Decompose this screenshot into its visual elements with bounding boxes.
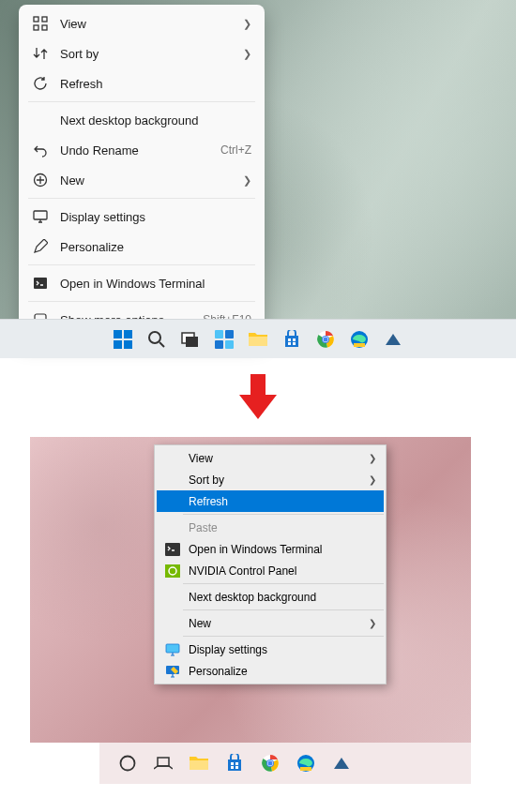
menu-label: View [189, 452, 369, 465]
svg-point-30 [324, 337, 328, 341]
shortcut-text: Ctrl+Z [220, 143, 251, 157]
svg-rect-33 [165, 543, 180, 556]
svg-rect-19 [225, 330, 234, 338]
svg-point-15 [149, 332, 160, 343]
menu-label: Undo Rename [60, 143, 220, 158]
display-icon [164, 642, 181, 657]
svg-rect-40 [190, 760, 208, 770]
menu-label: Sort by [189, 474, 369, 487]
svg-rect-14 [124, 340, 132, 349]
start-area[interactable] [30, 743, 99, 784]
menu-item-next-bg[interactable]: Next desktop background [23, 105, 261, 135]
chevron-right-icon: ❯ [243, 174, 251, 187]
svg-rect-44 [235, 766, 238, 769]
menu-label: Open in Windows Terminal [60, 277, 251, 291]
new-icon [32, 172, 49, 188]
menu-label: Open in Windows Terminal [189, 543, 376, 556]
svg-rect-43 [231, 766, 234, 769]
edge-button[interactable] [295, 752, 317, 774]
menu-label: Refresh [60, 77, 251, 91]
menu-label: View [60, 17, 243, 31]
menu-label: Personalize [189, 665, 376, 678]
win10-taskbar [30, 743, 471, 784]
edge-button[interactable] [346, 326, 372, 353]
menu-item-personalize[interactable]: Personalize [23, 232, 261, 262]
widgets-button[interactable] [211, 326, 237, 353]
file-explorer-button[interactable] [188, 752, 210, 774]
top-screenshot: View ❯ Sort by ❯ Refresh Next desktop ba… [0, 0, 516, 358]
menu-separator [183, 636, 384, 637]
menu-label: Display settings [189, 643, 376, 656]
menu-label: Next desktop background [189, 591, 376, 604]
task-view-button[interactable] [177, 326, 204, 353]
menu-separator [183, 609, 384, 610]
svg-rect-11 [114, 330, 122, 338]
svg-rect-25 [288, 342, 291, 345]
svg-rect-32 [354, 343, 365, 347]
chrome-button[interactable] [259, 752, 281, 774]
svg-rect-3 [42, 25, 47, 30]
task-view-button[interactable] [152, 752, 175, 774]
svg-rect-50 [300, 767, 311, 771]
app-button[interactable] [330, 752, 353, 774]
svg-rect-41 [231, 762, 234, 765]
menu-item-new[interactable]: New ❯ [157, 612, 384, 634]
terminal-icon [32, 275, 49, 292]
display-icon [32, 208, 49, 225]
chevron-right-icon: ❯ [369, 453, 376, 463]
menu-separator [183, 583, 384, 584]
file-explorer-button[interactable] [245, 326, 271, 353]
menu-label: New [60, 173, 243, 188]
chevron-right-icon: ❯ [243, 48, 251, 60]
cortana-button[interactable] [116, 752, 139, 774]
menu-item-undo[interactable]: Undo Rename Ctrl+Z [23, 135, 261, 165]
app-button[interactable] [380, 326, 406, 353]
start-button[interactable] [110, 326, 136, 353]
menu-item-refresh[interactable]: Refresh [157, 490, 384, 512]
menu-item-refresh[interactable]: Refresh [23, 68, 261, 98]
menu-label: Sort by [60, 47, 243, 61]
personalize-icon [32, 238, 49, 255]
menu-item-display[interactable]: Display settings [157, 639, 384, 660]
svg-rect-13 [114, 340, 122, 349]
menu-item-next-bg[interactable]: Next desktop background [157, 586, 384, 608]
chevron-right-icon: ❯ [369, 474, 376, 485]
transition-arrow [0, 369, 516, 424]
menu-item-view[interactable]: View ❯ [23, 8, 261, 38]
menu-separator [28, 101, 255, 102]
refresh-icon [32, 75, 49, 92]
svg-rect-5 [34, 211, 47, 219]
chevron-right-icon: ❯ [369, 618, 376, 628]
menu-label: Display settings [60, 210, 251, 224]
menu-item-view[interactable]: View ❯ [157, 447, 384, 469]
menu-separator [183, 514, 384, 515]
win10-context-menu: View ❯ Sort by ❯ Refresh Paste Open in W… [154, 444, 387, 684]
menu-separator [28, 301, 255, 302]
menu-item-sort[interactable]: Sort by ❯ [157, 469, 384, 490]
nvidia-icon [164, 564, 181, 579]
svg-rect-0 [34, 17, 38, 22]
chrome-button[interactable] [312, 326, 339, 353]
menu-label: NVIDIA Control Panel [189, 564, 376, 578]
store-button[interactable] [223, 752, 246, 774]
svg-rect-24 [293, 338, 296, 341]
menu-item-display[interactable]: Display settings [23, 202, 261, 232]
store-button[interactable] [279, 326, 305, 353]
svg-rect-1 [42, 17, 47, 22]
menu-item-new[interactable]: New ❯ [23, 165, 261, 195]
chevron-right-icon: ❯ [243, 18, 251, 30]
menu-item-sort[interactable]: Sort by ❯ [23, 38, 261, 68]
menu-item-terminal[interactable]: Open in Windows Terminal [157, 538, 384, 560]
menu-item-personalize[interactable]: Personalize [157, 660, 384, 682]
win11-context-menu: View ❯ Sort by ❯ Refresh Next desktop ba… [19, 5, 265, 338]
svg-rect-17 [186, 337, 198, 347]
menu-item-paste: Paste [157, 517, 384, 538]
undo-icon [32, 142, 49, 158]
menu-label: Personalize [60, 240, 251, 254]
menu-item-nvidia[interactable]: NVIDIA Control Panel [157, 560, 384, 581]
search-button[interactable] [144, 326, 170, 353]
menu-item-terminal[interactable]: Open in Windows Terminal [23, 268, 261, 298]
svg-rect-20 [215, 340, 223, 349]
svg-rect-39 [158, 758, 169, 766]
svg-rect-21 [225, 340, 234, 349]
